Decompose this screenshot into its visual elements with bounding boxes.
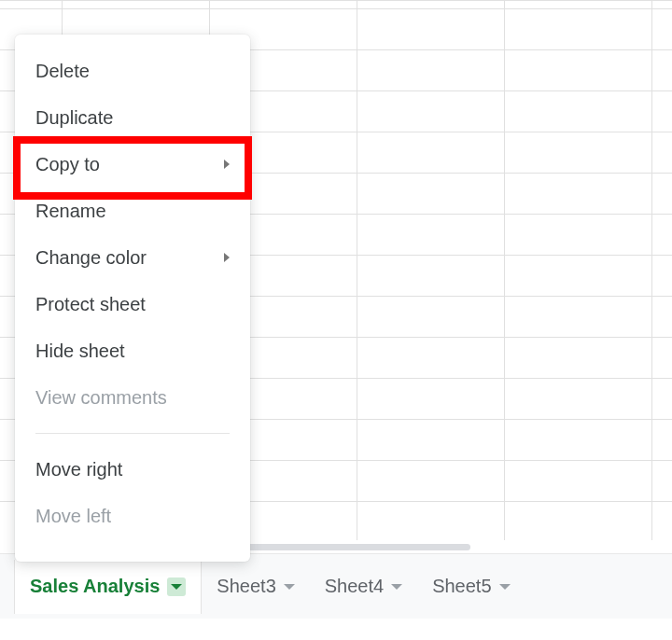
sheet-tab-bar: Sales Analysis Sheet3 Sheet4 Sheet5 [0,553,672,619]
submenu-arrow-icon [224,160,230,169]
sheet-context-menu: Delete Duplicate Copy to Rename Change c… [15,35,250,562]
sheet-tab-label: Sheet3 [217,576,275,597]
menu-item-label: Protect sheet [35,294,146,315]
menu-item-label: Duplicate [35,107,113,129]
menu-item-change-color[interactable]: Change color [15,234,250,281]
menu-item-label: Move right [35,459,122,480]
menu-item-move-right[interactable]: Move right [15,446,250,493]
menu-item-hide-sheet[interactable]: Hide sheet [15,327,250,374]
sheet-tab-label: Sheet4 [325,576,384,597]
menu-item-copy-to[interactable]: Copy to [15,141,250,188]
menu-item-label: Hide sheet [35,341,125,362]
sheet-tab-sheet5[interactable]: Sheet5 [417,560,525,614]
caret-down-icon [499,584,511,590]
caret-down-icon [284,584,295,590]
menu-item-duplicate[interactable]: Duplicate [15,94,250,141]
caret-down-icon [391,584,402,590]
menu-item-label: Copy to [35,154,100,175]
submenu-arrow-icon [224,253,230,262]
menu-item-label: Delete [35,61,90,82]
menu-item-delete[interactable]: Delete [15,48,250,94]
menu-item-label: Move left [35,506,111,527]
menu-separator [35,433,230,434]
sheet-tab-label: Sheet5 [432,576,491,597]
bottom-strip [0,619,672,640]
menu-item-protect-sheet[interactable]: Protect sheet [15,281,250,327]
sheet-tab-sales-analysis[interactable]: Sales Analysis [14,560,202,614]
menu-item-rename[interactable]: Rename [15,188,250,234]
sheet-tab-label: Sales Analysis [30,576,160,597]
menu-item-label: Rename [35,201,106,222]
menu-item-label: Change color [35,247,147,269]
sheet-tab-sheet3[interactable]: Sheet3 [202,560,309,614]
menu-item-label: View comments [35,387,167,409]
caret-down-icon [171,584,182,590]
sheet-tab-sheet4[interactable]: Sheet4 [310,560,417,614]
menu-item-move-left: Move left [15,493,250,539]
menu-item-view-comments: View comments [15,374,250,421]
sheet-tab-menu-button[interactable] [167,577,186,596]
